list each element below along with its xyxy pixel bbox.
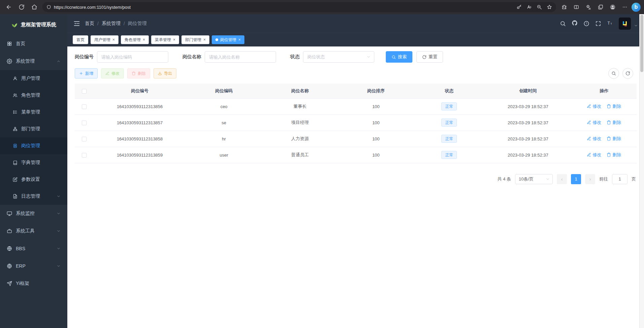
- row-checkbox[interactable]: [82, 137, 87, 141]
- edit-button[interactable]: 修改: [101, 68, 124, 78]
- sidebar-toggle[interactable]: [73, 20, 80, 27]
- sidebar-item-param-settings[interactable]: 参数设置: [0, 171, 67, 188]
- tab-close-icon[interactable]: ×: [203, 38, 206, 42]
- sidebar-item-role-mgmt[interactable]: 角色管理: [0, 87, 67, 104]
- tab-菜单管理[interactable]: 菜单管理×: [151, 35, 179, 44]
- sidebar-item-yi-framework[interactable]: Yi框架: [0, 275, 67, 292]
- add-favorite-button[interactable]: [545, 2, 554, 12]
- app-window: 意框架管理系统 首页 系统管理 用户管理 角色管理: [0, 14, 644, 328]
- favorites-bar-button[interactable]: [583, 2, 594, 12]
- export-button[interactable]: 导出: [154, 68, 176, 78]
- github-link[interactable]: [572, 20, 578, 27]
- breadcrumb-system[interactable]: 系统管理: [102, 21, 121, 27]
- url-text[interactable]: https://ccnetcore.com:1101/system/post: [54, 5, 512, 10]
- toggle-search-button[interactable]: [608, 68, 619, 79]
- avatar-dropdown[interactable]: [634, 24, 638, 28]
- fullscreen-icon: [595, 21, 601, 27]
- row-edit-label: 修改: [592, 103, 601, 109]
- split-screen-button[interactable]: [571, 2, 582, 12]
- user-avatar[interactable]: [619, 18, 631, 30]
- site-info-icon[interactable]: [46, 5, 51, 9]
- browser-refresh-button[interactable]: [16, 2, 27, 12]
- zoom-button[interactable]: [535, 2, 544, 12]
- tab-角色管理[interactable]: 角色管理×: [121, 35, 149, 44]
- select-all-checkbox[interactable]: [82, 89, 87, 94]
- browser-menu-button[interactable]: [619, 2, 630, 12]
- collections-button[interactable]: [595, 2, 606, 12]
- sidebar-label: 角色管理: [21, 92, 40, 98]
- tab-close-icon[interactable]: ×: [143, 38, 145, 42]
- help-button[interactable]: ?: [583, 21, 589, 27]
- search-button[interactable]: 搜索: [386, 51, 412, 63]
- browser-nav-buttons: [3, 2, 40, 12]
- sidebar-item-home[interactable]: 首页: [0, 35, 67, 53]
- row-delete-button[interactable]: 删除: [607, 120, 621, 126]
- refresh-table-button[interactable]: [622, 68, 633, 79]
- delete-button[interactable]: 删除: [127, 68, 150, 78]
- collections-icon: [598, 4, 603, 10]
- sidebar-item-bbs[interactable]: BBS: [0, 240, 67, 257]
- font-size-button[interactable]: TT: [607, 20, 613, 27]
- extensions-button[interactable]: [559, 2, 570, 12]
- read-aloud-icon: [527, 4, 532, 10]
- sidebar-item-menu-mgmt[interactable]: 菜单管理: [0, 104, 67, 121]
- read-aloud-button[interactable]: [524, 2, 534, 12]
- row-checkbox[interactable]: [82, 153, 87, 158]
- refresh-icon: [19, 4, 25, 10]
- page-scrollbar[interactable]: [639, 14, 644, 328]
- tab-部门管理[interactable]: 部门管理×: [181, 35, 209, 44]
- prev-page-button[interactable]: ‹: [557, 174, 567, 184]
- sidebar-item-monitor[interactable]: 系统监控: [0, 205, 67, 222]
- add-button[interactable]: 新增: [75, 68, 98, 78]
- bing-copilot-button[interactable]: b: [632, 3, 641, 12]
- sidebar-label: 首页: [16, 41, 25, 47]
- tab-close-icon[interactable]: ×: [112, 38, 115, 42]
- password-key-button[interactable]: [514, 2, 524, 12]
- tab-close-icon[interactable]: ×: [173, 38, 175, 42]
- profile-button[interactable]: [607, 2, 618, 12]
- row-delete-button[interactable]: 删除: [607, 136, 621, 142]
- sidebar-item-dict-mgmt[interactable]: 字典管理: [0, 154, 67, 171]
- sidebar-item-log-mgmt[interactable]: 日志管理: [0, 188, 67, 205]
- tab-岗位管理[interactable]: 岗位管理×: [212, 35, 244, 44]
- sidebar-item-user-mgmt[interactable]: 用户管理: [0, 70, 67, 87]
- row-delete-button[interactable]: 删除: [607, 152, 621, 158]
- post-name-input[interactable]: [205, 51, 276, 63]
- split-screen-icon: [574, 4, 579, 10]
- sidebar-item-system[interactable]: 系统管理: [0, 53, 67, 70]
- fullscreen-button[interactable]: [595, 21, 601, 27]
- status-select[interactable]: 岗位状态: [303, 51, 374, 63]
- browser-back-button[interactable]: [3, 2, 14, 12]
- row-checkbox[interactable]: [82, 121, 87, 125]
- sidebar-label: 部门管理: [21, 126, 40, 132]
- row-edit-button[interactable]: 修改: [587, 152, 601, 158]
- scrollbar-thumb[interactable]: [640, 15, 643, 72]
- page-size-select[interactable]: 10条/页: [515, 174, 553, 184]
- row-edit-button[interactable]: 修改: [587, 120, 601, 126]
- breadcrumb-home[interactable]: 首页: [85, 21, 94, 27]
- browser-address-bar[interactable]: https://ccnetcore.com:1101/system/post: [42, 2, 556, 12]
- header-search-button[interactable]: [560, 21, 566, 27]
- app-logo[interactable]: 意框架管理系统: [0, 14, 67, 35]
- page-1-button[interactable]: 1: [571, 174, 581, 184]
- sidebar-item-tools[interactable]: 系统工具: [0, 222, 67, 240]
- next-page-button[interactable]: ›: [585, 174, 595, 184]
- book-icon: [13, 160, 18, 165]
- tab-用户管理[interactable]: 用户管理×: [91, 35, 118, 44]
- row-checkbox[interactable]: [82, 104, 87, 109]
- sidebar-item-erp[interactable]: ERP: [0, 257, 67, 275]
- browser-toolbar-right: b: [559, 2, 641, 12]
- post-code-input[interactable]: [97, 51, 168, 63]
- sidebar-item-post-mgmt[interactable]: 岗位管理: [0, 137, 67, 154]
- tab-close-icon[interactable]: ×: [238, 38, 241, 42]
- goto-page-input[interactable]: [612, 174, 628, 184]
- sidebar-item-dept-mgmt[interactable]: 部门管理: [0, 121, 67, 137]
- reset-button[interactable]: 重置: [416, 51, 443, 63]
- pencil-icon: [587, 153, 591, 157]
- row-delete-button[interactable]: 删除: [607, 103, 621, 109]
- cell-created-time: 2023-03-29 18:52:37: [484, 98, 571, 114]
- browser-home-button[interactable]: [29, 2, 40, 12]
- row-edit-button[interactable]: 修改: [587, 103, 601, 109]
- row-edit-button[interactable]: 修改: [587, 136, 601, 142]
- tab-首页[interactable]: 首页: [73, 35, 88, 44]
